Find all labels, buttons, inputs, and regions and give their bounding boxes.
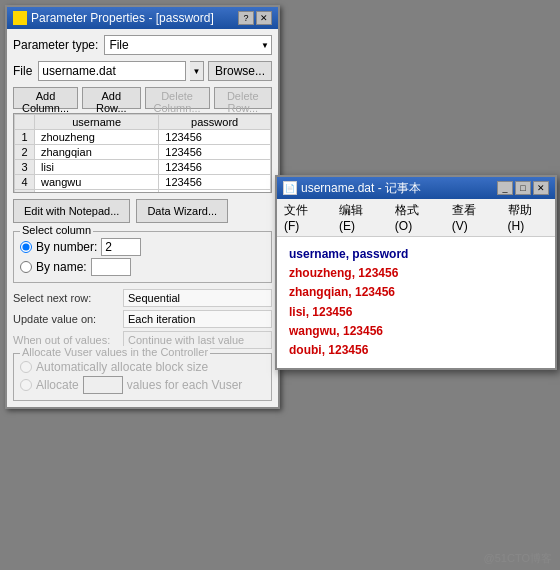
password-cell: 123456 bbox=[159, 130, 271, 145]
password-cell: 123456 bbox=[159, 145, 271, 160]
col-header-index bbox=[15, 115, 35, 130]
content-line-1: zhouzheng, 123456 bbox=[289, 264, 543, 283]
notepad-titlebar: 📄 username.dat - 记事本 _ □ ✕ bbox=[277, 177, 555, 199]
select-next-row: Select next row: Sequential bbox=[13, 289, 272, 307]
table-row[interactable]: 5doubi123456 bbox=[15, 190, 271, 194]
content-line-3: lisi, 123456 bbox=[289, 303, 543, 322]
password-cell: 123456 bbox=[159, 160, 271, 175]
username-cell: doubi bbox=[35, 190, 159, 194]
password-cell: 123456 bbox=[159, 190, 271, 194]
select-arrow-icon: ▼ bbox=[261, 41, 269, 50]
menu-edit[interactable]: 编辑(E) bbox=[336, 201, 382, 234]
dialog-titlebar: Parameter Properties - [password] ? ✕ bbox=[7, 7, 278, 29]
by-number-input[interactable] bbox=[101, 238, 141, 256]
row-index: 4 bbox=[15, 175, 35, 190]
alloc-auto-label: Automatically allocate block size bbox=[36, 360, 208, 374]
allocate-group-label: Allocate Vuser values in the Controller bbox=[20, 346, 210, 358]
notepad-controls: _ □ ✕ bbox=[497, 181, 549, 195]
watermark: @51CTO博客 bbox=[484, 551, 552, 566]
notepad-window: 📄 username.dat - 记事本 _ □ ✕ 文件(F) 编辑(E) 格… bbox=[275, 175, 557, 370]
select-next-value: Sequential bbox=[123, 289, 272, 307]
menu-view[interactable]: 查看(V) bbox=[449, 201, 495, 234]
data-table-wrapper: username password 1zhouzheng1234562zhang… bbox=[13, 113, 272, 193]
notepad-icon: 📄 bbox=[283, 181, 297, 195]
by-number-row: By number: bbox=[20, 238, 265, 256]
param-type-select[interactable]: File ▼ bbox=[104, 35, 272, 55]
content-line-0: username, password bbox=[289, 245, 543, 264]
select-column-group: Select column By number: By name: bbox=[13, 231, 272, 283]
file-value: username.dat bbox=[42, 64, 115, 78]
titlebar-right: ? ✕ bbox=[238, 11, 272, 25]
username-cell: zhouzheng bbox=[35, 130, 159, 145]
delete-column-button[interactable]: Delete Column... bbox=[145, 87, 210, 109]
delete-row-button[interactable]: Delete Row... bbox=[214, 87, 272, 109]
dialog-title: Parameter Properties - [password] bbox=[31, 11, 214, 25]
notepad-title-left: 📄 username.dat - 记事本 bbox=[283, 180, 421, 197]
update-value-label: Update value on: bbox=[13, 313, 123, 325]
by-name-row: By name: bbox=[20, 258, 265, 276]
table-row[interactable]: 3lisi123456 bbox=[15, 160, 271, 175]
row-index: 5 bbox=[15, 190, 35, 194]
close-button[interactable]: ✕ bbox=[256, 11, 272, 25]
alloc-manual-row: Allocate values for each Vuser bbox=[20, 376, 265, 394]
content-line-5: doubi, 123456 bbox=[289, 341, 543, 360]
alloc-manual-suffix: values for each Vuser bbox=[127, 378, 243, 392]
edit-notepad-button[interactable]: Edit with Notepad... bbox=[13, 199, 130, 223]
browse-button[interactable]: Browse... bbox=[208, 61, 272, 81]
alloc-auto-row: Automatically allocate block size bbox=[20, 360, 265, 374]
select-column-label: Select column bbox=[20, 224, 93, 236]
notepad-content: username, password zhouzheng, 123456 zha… bbox=[277, 237, 555, 368]
col-header-password: password bbox=[159, 115, 271, 130]
add-column-button[interactable]: Add Column... bbox=[13, 87, 78, 109]
username-cell: lisi bbox=[35, 160, 159, 175]
content-line-2: zhangqian, 123456 bbox=[289, 283, 543, 302]
row-index: 2 bbox=[15, 145, 35, 160]
password-cell: 123456 bbox=[159, 175, 271, 190]
notepad-title: username.dat - 记事本 bbox=[301, 180, 421, 197]
parameter-properties-dialog: Parameter Properties - [password] ? ✕ Pa… bbox=[5, 5, 280, 409]
by-name-input[interactable] bbox=[91, 258, 131, 276]
menu-format[interactable]: 格式(O) bbox=[392, 201, 439, 234]
file-row: File username.dat ▼ Browse... bbox=[13, 61, 272, 81]
content-line-4: wangwu, 123456 bbox=[289, 322, 543, 341]
by-number-label: By number: bbox=[36, 240, 97, 254]
username-cell: zhangqian bbox=[35, 145, 159, 160]
notepad-close-button[interactable]: ✕ bbox=[533, 181, 549, 195]
alloc-manual-label: Allocate bbox=[36, 378, 79, 392]
notepad-menu: 文件(F) 编辑(E) 格式(O) 查看(V) 帮助(H) bbox=[277, 199, 555, 237]
table-row[interactable]: 2zhangqian123456 bbox=[15, 145, 271, 160]
row-index: 3 bbox=[15, 160, 35, 175]
alloc-manual-input bbox=[83, 376, 123, 394]
row-index: 1 bbox=[15, 130, 35, 145]
by-name-label: By name: bbox=[36, 260, 87, 274]
menu-help[interactable]: 帮助(H) bbox=[505, 201, 551, 234]
table-row[interactable]: 4wangwu123456 bbox=[15, 175, 271, 190]
data-wizard-button[interactable]: Data Wizard... bbox=[136, 199, 228, 223]
dialog-icon bbox=[13, 11, 27, 25]
table-row[interactable]: 1zhouzheng123456 bbox=[15, 130, 271, 145]
by-name-radio[interactable] bbox=[20, 261, 32, 273]
update-value-value: Each iteration bbox=[123, 310, 272, 328]
titlebar-left: Parameter Properties - [password] bbox=[13, 11, 214, 25]
username-cell: wangwu bbox=[35, 175, 159, 190]
toolbar-row: Add Column... Add Row... Delete Column..… bbox=[13, 87, 272, 109]
menu-file[interactable]: 文件(F) bbox=[281, 201, 326, 234]
add-row-button[interactable]: Add Row... bbox=[82, 87, 140, 109]
by-number-radio[interactable] bbox=[20, 241, 32, 253]
file-label: File bbox=[13, 64, 32, 78]
param-type-row: Parameter type: File ▼ bbox=[13, 35, 272, 55]
data-table: username password 1zhouzheng1234562zhang… bbox=[14, 114, 271, 193]
select-next-label: Select next row: bbox=[13, 292, 123, 304]
notepad-maximize-button[interactable]: □ bbox=[515, 181, 531, 195]
update-value-row: Update value on: Each iteration bbox=[13, 310, 272, 328]
bottom-buttons: Edit with Notepad... Data Wizard... bbox=[13, 199, 272, 223]
dialog-body: Parameter type: File ▼ File username.dat… bbox=[7, 29, 278, 407]
file-input[interactable]: username.dat bbox=[38, 61, 186, 81]
col-header-username: username bbox=[35, 115, 159, 130]
file-dropdown-arrow[interactable]: ▼ bbox=[190, 61, 204, 81]
help-button[interactable]: ? bbox=[238, 11, 254, 25]
alloc-manual-radio bbox=[20, 379, 32, 391]
allocate-group: Allocate Vuser values in the Controller … bbox=[13, 353, 272, 401]
notepad-minimize-button[interactable]: _ bbox=[497, 181, 513, 195]
alloc-auto-radio bbox=[20, 361, 32, 373]
